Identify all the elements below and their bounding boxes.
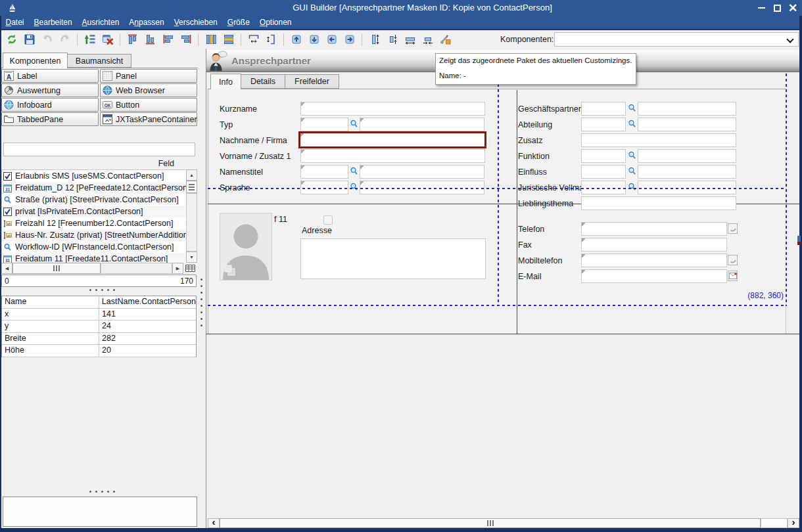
- rinput-wide-1[interactable]: [638, 118, 736, 131]
- canvas-hscroll-track[interactable]: [761, 518, 788, 528]
- property-value[interactable]: 141: [99, 309, 196, 321]
- list-item[interactable]: privat [IsPrivateEm.ContactPerson]: [2, 206, 186, 217]
- rinput-small-0[interactable]: [581, 102, 626, 116]
- component-tabbedpane[interactable]: TabbedPane: [1, 112, 99, 126]
- rinput-small-1[interactable]: [581, 118, 626, 131]
- search-icon[interactable]: [350, 120, 358, 129]
- component-button[interactable]: OKButton: [100, 98, 197, 112]
- input-selected-2[interactable]: [298, 131, 486, 148]
- search-icon[interactable]: [350, 183, 358, 192]
- menu-datei[interactable]: Datei: [1, 16, 29, 29]
- list-item[interactable]: Workflow-ID [WFInstanceId.ContactPerson]: [2, 241, 186, 253]
- property-value[interactable]: 24: [99, 321, 196, 332]
- search-icon[interactable]: [628, 183, 636, 192]
- rinput-small-3[interactable]: [581, 149, 626, 163]
- splitter-handle-bottom[interactable]: [89, 491, 115, 493]
- input-wide-1[interactable]: [360, 118, 484, 131]
- height-plus-icon[interactable]: [368, 33, 381, 46]
- width-minus-icon[interactable]: [421, 33, 434, 46]
- field-up-icon[interactable]: [290, 33, 302, 46]
- list-item[interactable]: Straße (privat) [StreetPrivate.ContactPe…: [2, 194, 186, 206]
- distribute-rows-icon[interactable]: [222, 33, 235, 46]
- list-item[interactable]: 31Freidatum_D 12 [PeFreedate12.ContactPe…: [2, 182, 186, 194]
- adresse-textarea[interactable]: [300, 238, 486, 279]
- tab-details[interactable]: Details: [241, 74, 285, 89]
- refresh-icon[interactable]: [5, 33, 18, 46]
- input-wide-4[interactable]: [360, 165, 484, 179]
- phone-icon[interactable]: [728, 223, 738, 234]
- list-scroll-down[interactable]: ▼: [186, 252, 197, 263]
- menu-ausrichten[interactable]: Ausrichten: [77, 16, 124, 29]
- input-0[interactable]: [300, 102, 485, 116]
- field-down-icon[interactable]: [308, 33, 320, 46]
- adresse-checkbox[interactable]: [323, 215, 333, 225]
- list-scroll-up[interactable]: ▲: [186, 169, 197, 181]
- search-icon[interactable]: [628, 120, 636, 129]
- search-icon[interactable]: [628, 151, 636, 160]
- field-left-icon[interactable]: [325, 33, 338, 46]
- field-filter-input[interactable]: [3, 143, 195, 156]
- menu-anpassen[interactable]: Anpassen: [124, 16, 169, 29]
- component-web-browser[interactable]: Web Browser: [100, 83, 197, 97]
- contact-input-1[interactable]: [581, 238, 727, 252]
- list-hscroll-thumb[interactable]: [12, 263, 101, 274]
- canvas-hscroll-thumb[interactable]: [220, 518, 761, 528]
- phone-icon[interactable]: [728, 255, 738, 265]
- component-panel[interactable]: Panel: [100, 69, 197, 83]
- rinput-6[interactable]: [581, 196, 736, 210]
- list-item[interactable]: abFreizahl 12 [Freenumber12.ContactPerso…: [2, 217, 186, 229]
- contact-input-2[interactable]: [581, 254, 727, 267]
- tools-icon[interactable]: [439, 33, 452, 46]
- list-scroll-track[interactable]: [186, 193, 197, 252]
- minimize-button[interactable]: [753, 0, 769, 16]
- width-plus-icon[interactable]: [404, 33, 416, 46]
- same-width-icon[interactable]: [247, 33, 260, 46]
- list-item[interactable]: 31Freidatum 11 [Freedate11.ContactPerson…: [2, 253, 186, 263]
- menu-bearbeiten[interactable]: Bearbeiten: [29, 16, 77, 29]
- list-hscroll-right[interactable]: ▶: [172, 263, 183, 274]
- input-small-1[interactable]: [300, 118, 348, 131]
- field-right-icon[interactable]: [343, 33, 356, 46]
- input-3[interactable]: [300, 149, 485, 163]
- menu-verschieben[interactable]: Verschieben: [169, 16, 222, 29]
- list-scroll-thumb[interactable]: [186, 181, 197, 193]
- list-hscroll-track[interactable]: [101, 263, 172, 274]
- rinput-wide-3[interactable]: [638, 149, 736, 163]
- property-value[interactable]: 282: [99, 333, 196, 345]
- contact-input-0[interactable]: [581, 222, 727, 236]
- tab-komponenten[interactable]: Komponenten: [3, 53, 68, 68]
- contact-input-3[interactable]: [581, 269, 727, 283]
- height-minus-icon[interactable]: [386, 33, 398, 46]
- maximize-button[interactable]: [769, 0, 785, 16]
- grid-icon[interactable]: [185, 263, 196, 273]
- delete-component-icon[interactable]: [101, 33, 114, 46]
- rinput-wide-0[interactable]: [638, 102, 736, 116]
- property-value[interactable]: LastName.ContactPerson: [99, 296, 196, 308]
- distribute-columns-icon[interactable]: [204, 33, 217, 46]
- align-right-icon[interactable]: [179, 33, 192, 46]
- property-value[interactable]: 20: [99, 345, 196, 357]
- list-item[interactable]: Erlaubnis SMS [useSMS.ContactPerson]: [2, 170, 186, 182]
- component-infoboard[interactable]: Infoboard: [1, 98, 99, 112]
- komponenten-dropdown[interactable]: [554, 32, 799, 47]
- splitter-handle[interactable]: [89, 289, 115, 291]
- undo-icon[interactable]: [41, 33, 53, 46]
- panel-splitter[interactable]: [200, 278, 202, 326]
- menu-optionen[interactable]: Optionen: [254, 16, 296, 29]
- component-jxtaskpanecontainer[interactable]: JXTaskPaneContainer: [100, 112, 197, 126]
- component-auswertung[interactable]: Auswertung: [1, 83, 99, 97]
- save-icon[interactable]: [23, 33, 35, 46]
- move-up-icon[interactable]: [83, 33, 96, 46]
- menu-größe[interactable]: Größe: [222, 16, 254, 29]
- tab-info[interactable]: Info: [210, 74, 241, 89]
- canvas-hscroll-left[interactable]: ‹: [208, 518, 220, 528]
- list-item[interactable]: abHaus-Nr. Zusatz (privat) [StreetNumber…: [2, 229, 186, 241]
- rinput-wide-4[interactable]: [638, 165, 736, 179]
- tab-freifelder[interactable]: Freifelder: [285, 74, 339, 89]
- redo-icon[interactable]: [59, 33, 71, 46]
- search-icon[interactable]: [628, 167, 636, 176]
- rinput-2[interactable]: [581, 133, 736, 147]
- photo-placeholder[interactable]: [220, 213, 272, 280]
- rinput-small-4[interactable]: [581, 165, 626, 179]
- search-icon[interactable]: [628, 104, 636, 113]
